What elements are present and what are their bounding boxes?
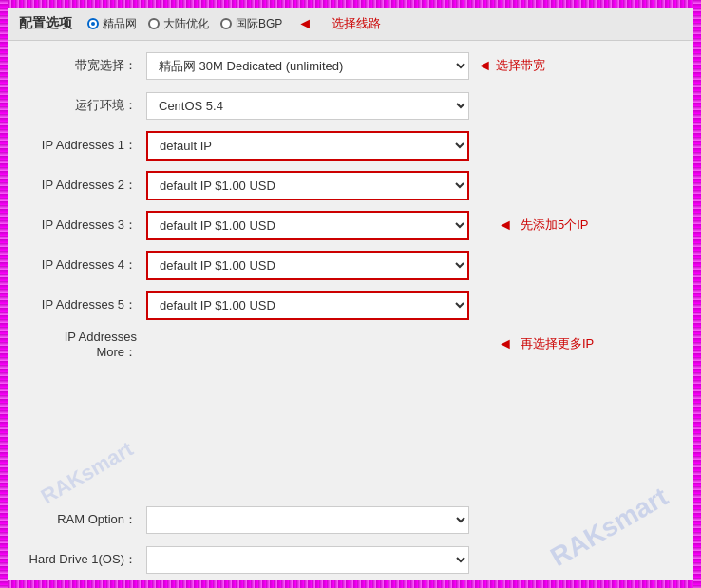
ram-select[interactable] <box>146 506 469 534</box>
arrow-icon-line: ◄ <box>297 15 313 32</box>
ip2-label: IP Addresses 2： <box>23 177 146 194</box>
annotation-select-line: 选择线路 <box>332 15 381 32</box>
ip1-label: IP Addresses 1： <box>23 137 146 154</box>
radio-dot-guoji <box>220 18 232 29</box>
ip4-row: IP Addresses 4： default IP $1.00 USD <box>23 248 678 282</box>
annotation-5ip: 先添加5个IP <box>521 217 589 234</box>
annotation-bandwidth: 选择带宽 <box>496 57 545 74</box>
ram-label: RAM Option： <box>23 511 146 528</box>
ip5-select[interactable]: default IP $1.00 USD <box>146 291 469 320</box>
ip5-label: IP Addresses 5： <box>23 296 146 313</box>
ip2-row: IP Addresses 2： default IP $1.00 USD <box>23 168 678 202</box>
bandwidth-row: 带宽选择： 精品网 30M Dedicated (unlimited) ◄ 选择… <box>23 48 678 83</box>
ip1-select[interactable]: default IP <box>146 131 469 161</box>
ip-more-row: IP Addresses More： none ▼ none 5 可用IP (精… <box>23 328 678 362</box>
bandwidth-select-container: 精品网 30M Dedicated (unlimited) <box>146 52 469 80</box>
ram-row: RAM Option： <box>23 503 678 537</box>
ip4-select[interactable]: default IP $1.00 USD <box>146 251 469 280</box>
ip3-select[interactable]: default IP $1.00 USD <box>146 211 469 240</box>
radio-label-dalu: 大陆优化 <box>163 16 209 32</box>
ip1-select-container: default IP <box>146 131 469 161</box>
bandwidth-label: 带宽选择： <box>23 57 146 74</box>
ip2-select-container: default IP $1.00 USD <box>146 171 469 200</box>
ip1-row: IP Addresses 1： default IP <box>23 128 678 162</box>
network-radio-group: 精品网 大陆优化 国际BGP <box>87 16 282 32</box>
ip4-select-container: default IP $1.00 USD <box>146 251 469 280</box>
ram-select-container <box>146 506 469 534</box>
os-select[interactable]: CentOS 5.4 <box>146 92 469 120</box>
os-select-container: CentOS 5.4 <box>146 92 469 120</box>
header-title: 配置选项 <box>19 15 72 32</box>
ip5-select-container: default IP $1.00 USD <box>146 291 469 320</box>
os-label: 运行环境： <box>23 97 146 114</box>
config-header: 配置选项 精品网 大陆优化 国际BGP ◄ 选择线路 <box>8 8 693 41</box>
annotation-more-ip: 再选择更多IP <box>521 335 594 352</box>
radio-dot-jingpin <box>87 18 99 29</box>
hd-label: Hard Drive 1(OS)： <box>23 551 146 568</box>
hd-select[interactable] <box>146 546 469 574</box>
ip2-select[interactable]: default IP $1.00 USD <box>146 171 469 200</box>
os-row: 运行环境： CentOS 5.4 <box>23 88 678 123</box>
ip3-select-container: default IP $1.00 USD <box>146 211 469 240</box>
hd-row: Hard Drive 1(OS)： <box>23 542 678 577</box>
arrow-icon-bandwidth: ◄ <box>477 57 492 74</box>
ip3-label: IP Addresses 3： <box>23 217 146 234</box>
ip5-row: IP Addresses 5： default IP $1.00 USD <box>23 288 678 322</box>
radio-label-guoji: 国际BGP <box>236 16 282 32</box>
arrow-icon-5ip: ◄ <box>498 217 513 234</box>
radio-daluopt[interactable]: 大陆优化 <box>148 16 209 32</box>
radio-jingpinwang[interactable]: 精品网 <box>87 16 137 32</box>
bandwidth-select[interactable]: 精品网 30M Dedicated (unlimited) <box>146 52 469 80</box>
radio-label-jingpin: 精品网 <box>103 16 137 32</box>
ip4-label: IP Addresses 4： <box>23 256 146 274</box>
arrow-icon-more-ip: ◄ <box>498 335 513 352</box>
ip3-row: IP Addresses 3： default IP $1.00 USD ◄ 先… <box>23 208 678 242</box>
hd-select-container <box>146 546 469 574</box>
radio-dot-dalu <box>148 18 160 29</box>
radio-guojibgp[interactable]: 国际BGP <box>220 16 282 32</box>
form-content: 带宽选择： 精品网 30M Dedicated (unlimited) ◄ 选择… <box>8 41 693 588</box>
ip-more-label: IP Addresses More： <box>23 330 146 361</box>
